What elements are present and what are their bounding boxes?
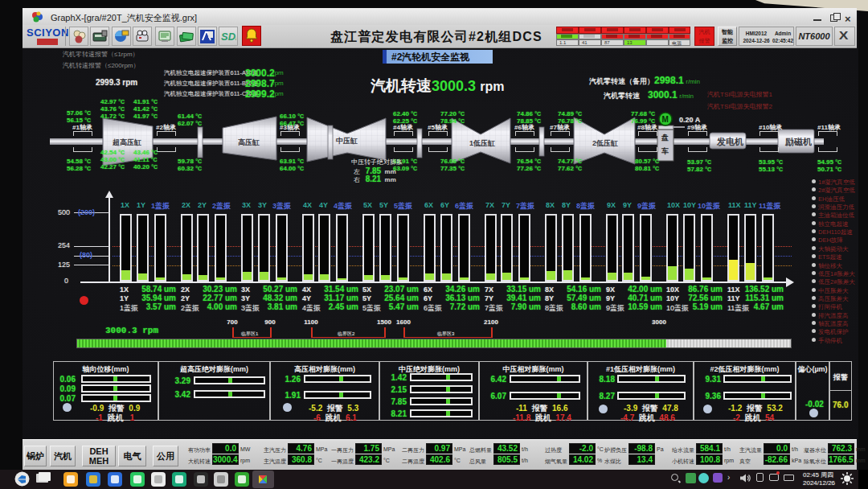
svg-text:M: M: [662, 115, 669, 124]
